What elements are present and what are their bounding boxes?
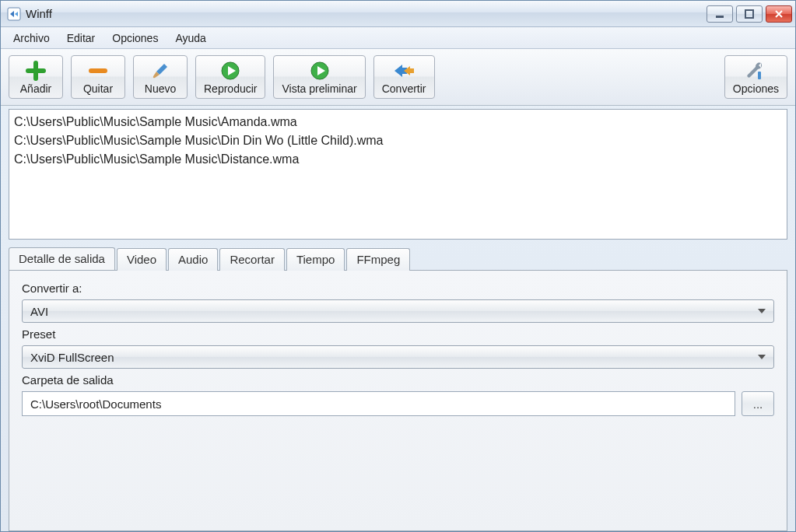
chevron-down-icon xyxy=(758,309,766,313)
tab-video[interactable]: Video xyxy=(117,248,167,271)
preset-label: Preset xyxy=(22,327,774,341)
menu-options[interactable]: Opciones xyxy=(104,30,166,47)
add-button[interactable]: Añadir xyxy=(9,55,63,99)
add-label: Añadir xyxy=(20,82,51,95)
tab-ffmpeg[interactable]: FFmpeg xyxy=(346,248,410,271)
toolbar-spacer xyxy=(443,55,717,99)
window-controls xyxy=(707,5,792,23)
list-item[interactable]: C:\Users\Public\Music\Sample Music\Amand… xyxy=(14,113,782,131)
convert-icon xyxy=(391,61,416,81)
list-item[interactable]: C:\Users\Public\Music\Sample Music\Dista… xyxy=(14,150,782,169)
convert-to-combo[interactable]: AVI xyxy=(22,299,774,323)
preview-icon xyxy=(307,61,332,81)
remove-label: Quitar xyxy=(83,82,113,95)
preset-combo[interactable]: XviD FullScreen xyxy=(22,345,774,369)
output-folder-row: ... xyxy=(22,391,774,416)
browse-button[interactable]: ... xyxy=(742,391,774,416)
app-icon xyxy=(7,7,21,21)
convert-button[interactable]: Convertir xyxy=(373,55,435,99)
menu-file[interactable]: Archivo xyxy=(5,30,58,47)
tab-panel-output: Convertir a: AVI Preset XviD FullScreen … xyxy=(9,270,787,531)
maximize-button[interactable] xyxy=(736,5,763,23)
close-icon xyxy=(774,9,784,19)
new-label: Nuevo xyxy=(145,82,176,95)
remove-button[interactable]: Quitar xyxy=(71,55,125,99)
menu-help[interactable]: Ayuda xyxy=(167,30,213,47)
tabstrip: Detalle de salida Video Audio Recortar T… xyxy=(9,247,787,270)
tab-crop[interactable]: Recortar xyxy=(219,248,285,271)
window-title: Winff xyxy=(26,7,707,20)
options-button[interactable]: Opciones xyxy=(724,55,787,99)
preset-value: XviD FullScreen xyxy=(30,351,758,364)
tab-audio[interactable]: Audio xyxy=(168,248,218,271)
close-button[interactable] xyxy=(766,5,792,23)
chevron-down-icon xyxy=(758,355,766,359)
output-folder-input[interactable] xyxy=(22,391,735,416)
play-label: Reproducir xyxy=(204,82,257,95)
svg-rect-2 xyxy=(745,10,753,18)
svg-rect-5 xyxy=(758,72,761,79)
minimize-icon xyxy=(715,9,724,19)
tab-output-detail[interactable]: Detalle de salida xyxy=(9,247,115,270)
menu-edit[interactable]: Editar xyxy=(59,30,103,47)
convert-to-value: AVI xyxy=(30,305,758,318)
minus-icon xyxy=(86,61,110,81)
plus-icon xyxy=(23,61,48,81)
brush-icon xyxy=(148,61,173,81)
minimize-button[interactable] xyxy=(707,5,733,23)
convert-label: Convertir xyxy=(382,82,426,95)
output-folder-label: Carpeta de salida xyxy=(22,373,774,387)
preview-label: Vista preliminar xyxy=(282,82,356,95)
titlebar: Winff xyxy=(1,1,795,27)
svg-rect-1 xyxy=(716,16,724,18)
new-button[interactable]: Nuevo xyxy=(133,55,188,99)
preview-button[interactable]: Vista preliminar xyxy=(273,55,365,99)
tab-time[interactable]: Tiempo xyxy=(286,248,345,271)
maximize-icon xyxy=(745,9,754,19)
list-item[interactable]: C:\Users\Public\Music\Sample Music\Din D… xyxy=(14,131,782,150)
app-window: Winff Archivo Editar Opciones Ayuda Añad… xyxy=(0,0,796,532)
options-label: Opciones xyxy=(733,82,779,95)
file-list[interactable]: C:\Users\Public\Music\Sample Music\Amand… xyxy=(9,109,787,240)
toolbar: Añadir Quitar Nuevo Reproducir xyxy=(1,49,795,106)
play-button[interactable]: Reproducir xyxy=(195,55,265,99)
convert-to-label: Convertir a: xyxy=(22,282,774,295)
wrench-icon xyxy=(743,61,768,81)
play-icon xyxy=(218,61,243,81)
menubar: Archivo Editar Opciones Ayuda xyxy=(1,27,795,49)
tabs-area: Detalle de salida Video Audio Recortar T… xyxy=(9,247,787,531)
